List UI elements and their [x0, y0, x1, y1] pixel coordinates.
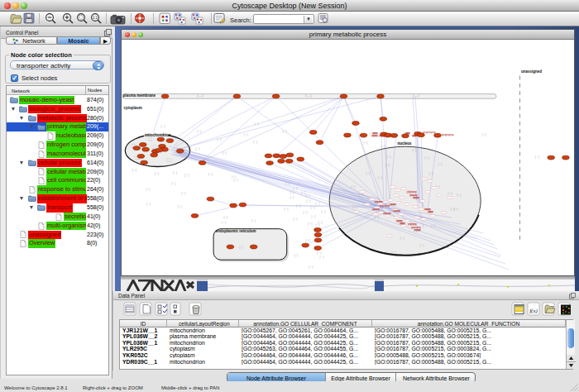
svg-text:[···]: [···]: [316, 202, 320, 205]
svg-text:[···]: [···]: [448, 192, 452, 195]
svg-text:···: ···: [395, 194, 398, 197]
svg-text:[···]: [···]: [366, 172, 370, 175]
svg-text:···: ···: [356, 211, 358, 213]
svg-text:···: ···: [366, 203, 369, 206]
svg-text:···: ···: [420, 208, 423, 211]
svg-text:[···]: [···]: [294, 254, 298, 257]
svg-text:[···]: [···]: [253, 141, 257, 144]
svg-text:[···]: [···]: [290, 191, 294, 194]
svg-text:[···]: [···]: [413, 149, 417, 152]
svg-text:···: ···: [433, 187, 436, 189]
svg-text:···: ···: [423, 178, 426, 180]
svg-text:gene,gene,gene,ge: gene,gene,gene,ge: [390, 203, 397, 206]
svg-text:[···]: [···]: [173, 171, 177, 174]
svg-text:···: ···: [422, 200, 424, 203]
svg-text:[···]: [···]: [171, 182, 175, 185]
svg-text:···: ···: [432, 215, 434, 218]
svg-text:···: ···: [395, 217, 398, 219]
svg-text:[···]: [···]: [429, 172, 433, 175]
svg-text:[···]: [···]: [181, 192, 185, 195]
svg-text:···: ···: [385, 201, 387, 203]
svg-text:[···]: [···]: [223, 151, 227, 155]
svg-text:gene,gene,gene,ge: gene,gene,gene,ge: [372, 208, 380, 211]
svg-text:nucleus: nucleus: [398, 141, 413, 146]
svg-text:···: ···: [443, 212, 446, 214]
svg-text:[···]: [···]: [251, 219, 256, 222]
svg-text:[···]: [···]: [318, 251, 322, 255]
svg-text:[···]: [···]: [294, 218, 298, 221]
svg-text:[···]: [···]: [307, 199, 311, 203]
svg-text:[···]: [···]: [457, 194, 461, 197]
svg-text:[···]: [···]: [286, 183, 290, 186]
svg-text:[···]: [···]: [322, 210, 326, 213]
svg-text:gene,gene,gene,ge: gene,gene,gene,ge: [428, 211, 434, 213]
svg-text:[···]: [···]: [438, 163, 443, 166]
svg-text:[···]: [···]: [320, 256, 324, 259]
svg-text:[···]: [···]: [223, 216, 227, 219]
svg-text:···: ···: [414, 206, 417, 208]
svg-text:···: ···: [371, 198, 374, 201]
svg-text:[···]: [···]: [155, 172, 159, 175]
svg-text:[··]: [··]: [149, 137, 152, 141]
svg-text:[···]: [···]: [184, 174, 189, 177]
svg-text:[···]: [···]: [222, 221, 226, 224]
svg-text:[···]: [···]: [387, 155, 391, 159]
svg-text:···: ···: [403, 188, 405, 190]
svg-text:unassigned: unassigned: [521, 69, 542, 74]
svg-text:···: ···: [403, 225, 405, 227]
svg-text:···: ···: [429, 180, 432, 183]
svg-text:gene,gene,gene,ge: gene,gene,gene,ge: [414, 229, 422, 232]
svg-text:[···]: [···]: [217, 138, 221, 141]
svg-text:gene,gene,gene,ge: gene,gene,gene,ge: [393, 210, 401, 213]
svg-text:[···]: [···]: [294, 187, 298, 190]
svg-text:[···]: [···]: [309, 222, 313, 226]
svg-text:[···]: [···]: [306, 239, 310, 242]
svg-text:···: ···: [401, 197, 404, 199]
svg-text:[···]: [···]: [208, 173, 213, 176]
svg-text:[···]: [···]: [381, 145, 385, 148]
svg-text:[···]: [···]: [146, 188, 150, 191]
svg-text:[···]: [···]: [304, 211, 308, 214]
svg-text:gene,gene,gene,ge: gene,gene,gene,ge: [371, 135, 379, 137]
svg-text:[···]: [···]: [311, 206, 315, 209]
svg-text:plasma membrane: plasma membrane: [123, 93, 156, 98]
svg-text:···: ···: [387, 215, 390, 218]
svg-text:···: ···: [361, 191, 364, 194]
svg-text:[···]: [···]: [385, 164, 390, 167]
svg-text:[···]: [···]: [240, 246, 244, 249]
svg-text:[···]: [···]: [392, 251, 396, 254]
svg-text:[···]: [···]: [352, 206, 356, 209]
svg-text:···: ···: [392, 186, 395, 189]
svg-text:[···]: [···]: [425, 156, 429, 160]
svg-text:···: ···: [449, 197, 452, 199]
svg-text:[···]: [···]: [297, 204, 301, 208]
svg-text:···: ···: [406, 220, 409, 222]
svg-text:[···]: [···]: [132, 169, 136, 172]
svg-text:gene,gene,gene,ge: gene,gene,gene,ge: [423, 131, 437, 134]
svg-text:[···]: [···]: [431, 224, 435, 227]
svg-text:[···]: [···]: [400, 237, 404, 240]
svg-text:gene,gene,gene,ge: gene,gene,gene,ge: [442, 134, 455, 136]
svg-text:···: ···: [423, 218, 425, 221]
svg-text:[···]: [···]: [358, 194, 362, 197]
svg-text:[···]: [···]: [351, 185, 355, 189]
svg-text:···: ···: [397, 189, 400, 192]
svg-text:···: ···: [380, 212, 383, 214]
svg-text:[···]: [···]: [255, 122, 259, 126]
svg-text:···: ···: [400, 213, 403, 216]
svg-text:[···]: [···]: [282, 130, 286, 133]
svg-text:[···]: [···]: [378, 176, 382, 179]
svg-text:···: ···: [438, 194, 441, 197]
svg-text:[···]: [···]: [178, 205, 182, 208]
svg-text:···: ···: [398, 202, 400, 204]
svg-text:gene,gene,gene,ge: gene,gene,gene,ge: [375, 201, 384, 203]
svg-text:[··]: [··]: [168, 159, 171, 162]
svg-text:1:1: 1:1: [93, 16, 98, 20]
svg-text:[···]: [···]: [146, 203, 151, 206]
svg-text:gene,gene,gene,ge: gene,gene,gene,ge: [380, 205, 390, 208]
svg-text:[···]: [···]: [364, 141, 368, 145]
svg-text:cytoplasm: cytoplasm: [124, 106, 142, 110]
svg-text:[···]: [···]: [234, 179, 238, 182]
svg-text:[···]: [···]: [375, 216, 379, 219]
svg-text:[···]: [···]: [312, 215, 316, 218]
